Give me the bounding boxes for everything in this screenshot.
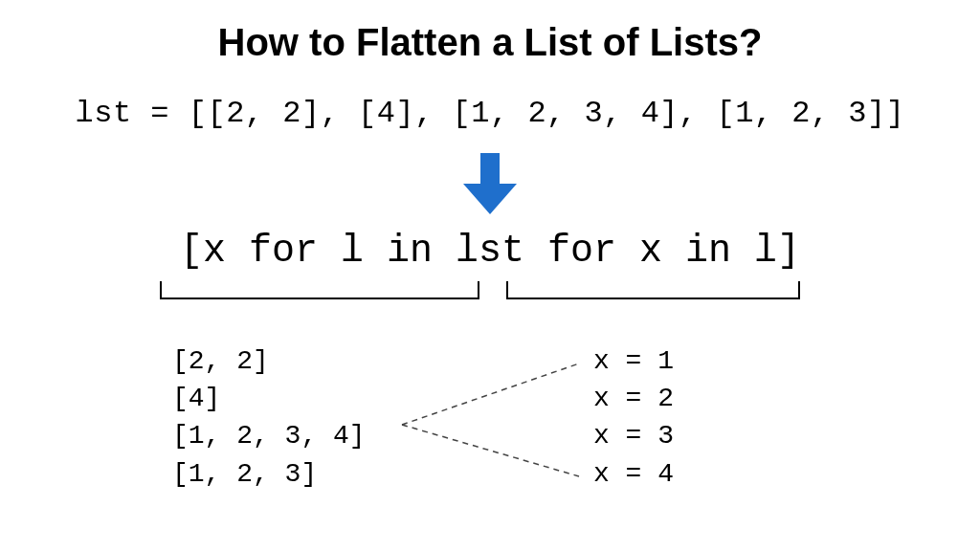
list-comprehension-code: [x for l in lst for x in l] [0, 230, 980, 273]
list-item: x = 1 [593, 342, 674, 380]
source-list-code: lst = [[2, 2], [4], [1, 2, 3, 4], [1, 2,… [0, 96, 980, 131]
inner-loop-values: x = 1 x = 2 x = 3 x = 4 [593, 342, 674, 493]
list-item: [4] [172, 380, 366, 417]
list-item: [1, 2, 3, 4] [172, 417, 366, 454]
list-item: x = 4 [593, 455, 674, 493]
connector-lines [0, 342, 980, 538]
outer-loop-values: [2, 2] [4] [1, 2, 3, 4] [1, 2, 3] [172, 342, 366, 493]
svg-line-2 [402, 425, 579, 476]
list-item: [1, 2, 3] [172, 455, 366, 493]
page-title: How to Flatten a List of Lists? [0, 21, 980, 64]
underline-brackets [0, 277, 980, 320]
arrow-down-icon [463, 153, 517, 218]
list-item: x = 2 [593, 380, 674, 417]
svg-line-1 [402, 364, 579, 425]
list-item: x = 3 [593, 417, 674, 454]
svg-marker-0 [463, 153, 517, 214]
list-item: [2, 2] [172, 342, 366, 380]
